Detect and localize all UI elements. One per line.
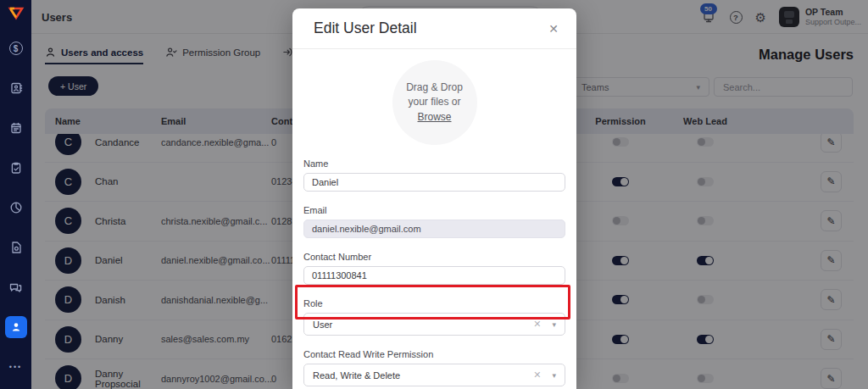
sidebar-item-chat[interactable] (5, 276, 27, 298)
contact-rw-permission-select[interactable]: Read, Write & Delete ✕ ▾ (303, 364, 565, 386)
clear-icon[interactable]: ✕ (533, 319, 541, 330)
sidebar-item-users[interactable] (5, 316, 27, 338)
role-label: Role (303, 298, 565, 308)
chevron-down-icon: ▾ (552, 371, 556, 380)
dropzone-text: Drag & Drop (406, 81, 463, 95)
role-value: User (313, 320, 533, 330)
role-select[interactable]: User ✕ ▾ (303, 313, 565, 336)
email-label: Email (303, 205, 565, 215)
chat-bubbles-icon (8, 281, 23, 294)
pie-chart-icon (9, 201, 23, 214)
more-dots-icon: ••• (9, 363, 22, 371)
file-gear-icon (9, 241, 23, 254)
sidebar: $ (0, 0, 31, 389)
email-field (303, 220, 565, 238)
app-root: $ (0, 0, 868, 389)
edit-user-modal: Edit User Detail ✕ Drag & Drop your file… (292, 8, 576, 389)
modal-header: Edit User Detail ✕ (292, 8, 576, 49)
contact-number-label: Contact Number (303, 252, 565, 262)
sidebar-item-contacts[interactable] (5, 77, 27, 99)
sidebar-item-calendar[interactable] (5, 117, 27, 139)
close-icon[interactable]: ✕ (548, 22, 559, 36)
name-field[interactable] (303, 173, 565, 192)
sidebar-item-tasks[interactable] (5, 157, 27, 179)
sidebar-item-more[interactable]: ••• (5, 356, 27, 378)
chevron-down-icon: ▾ (552, 320, 556, 329)
calendar-notes-icon (9, 121, 23, 135)
users-icon (9, 320, 23, 334)
sidebar-item-documents[interactable] (5, 236, 27, 258)
contact-rw-permission-value: Read, Write & Delete (313, 370, 533, 381)
contacts-book-icon (9, 81, 23, 95)
contact-number-field[interactable] (303, 266, 565, 285)
modal-body: Drag & Drop your files or Browse Name Em… (292, 60, 576, 389)
file-dropzone[interactable]: Drag & Drop your files or Browse (392, 60, 477, 145)
dollar-circle-icon: $ (9, 42, 23, 55)
contact-rw-permission-label: Contact Read Write Permission (303, 349, 565, 359)
name-label: Name (303, 158, 565, 169)
app-logo-icon (7, 5, 25, 22)
browse-link[interactable]: Browse (417, 110, 451, 125)
sidebar-item-sales[interactable]: $ (5, 37, 27, 59)
sidebar-item-reports[interactable] (5, 197, 27, 219)
clear-icon[interactable]: ✕ (533, 370, 541, 381)
dropzone-text: your files or (408, 95, 460, 109)
sidebar-nav: $ (5, 37, 27, 378)
modal-title: Edit User Detail (314, 19, 417, 37)
clipboard-check-icon (9, 161, 23, 175)
